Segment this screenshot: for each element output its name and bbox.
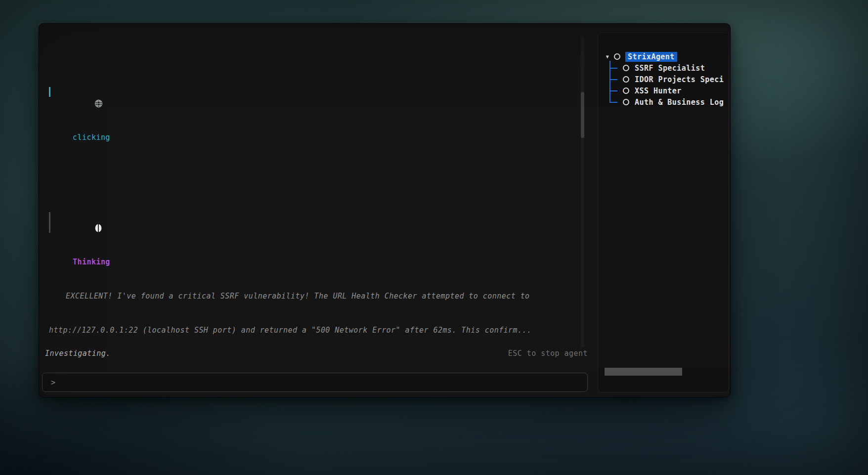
brain-icon — [57, 213, 65, 221]
command-input[interactable]: > — [42, 373, 588, 392]
tree-connector-stub — [609, 68, 617, 69]
progress-bar — [605, 368, 682, 376]
tree-node-label: SSRF Specialist — [635, 64, 705, 73]
tree-node-label: IDOR Projects Speci — [635, 75, 724, 84]
tree-connector-stub — [609, 102, 617, 103]
agent-tree-panel: ▼ StrixAgent SSRF Specialist IDOR Projec… — [598, 33, 729, 392]
tree-node-child[interactable]: IDOR Projects Speci — [598, 74, 729, 85]
collapse-triangle-icon[interactable]: ▼ — [604, 54, 611, 59]
status-bar: Investigating. ESC to stop agent — [45, 349, 588, 358]
globe-icon — [57, 88, 65, 96]
agent-terminal-window: clicking Thinking EXCELLENT! I've found … — [39, 23, 731, 397]
log-entry-action: clicking — [49, 86, 572, 166]
agent-node-icon — [614, 53, 620, 60]
tree-node-child[interactable]: SSRF Specialist — [598, 62, 729, 74]
agent-node-icon — [623, 99, 629, 105]
thinking-text-line: EXCELLENT! I've found a critical SSRF vu… — [49, 291, 572, 302]
agent-log: clicking Thinking EXCELLENT! I've found … — [45, 34, 589, 350]
agent-node-icon — [623, 76, 629, 83]
action-accent-bar — [49, 87, 50, 97]
thinking-label: Thinking — [49, 257, 572, 268]
log-scrollbar-thumb[interactable] — [581, 92, 584, 138]
tree-node-label: XSS Hunter — [635, 86, 682, 95]
tree-connector-line — [609, 61, 610, 103]
prompt-symbol: > — [51, 378, 55, 387]
tree-connector-stub — [609, 79, 617, 80]
tree-node-child[interactable]: Auth & Business Log — [598, 96, 729, 108]
action-label: clicking — [49, 132, 572, 143]
tree-node-child[interactable]: XSS Hunter — [598, 85, 729, 96]
stop-agent-hint: ESC to stop agent — [508, 349, 588, 358]
agent-status-text: Investigating. — [45, 349, 111, 358]
thinking-gutter-bar — [49, 212, 50, 233]
thinking-text-line: http://127.0.0.1:22 (localhost SSH port)… — [49, 325, 572, 336]
tree-node-label: Auth & Business Log — [635, 98, 724, 107]
log-scrollbar-track[interactable] — [581, 36, 584, 347]
agent-tree: ▼ StrixAgent SSRF Specialist IDOR Projec… — [598, 33, 729, 108]
tree-connector-stub — [609, 90, 617, 91]
tree-node-root[interactable]: ▼ StrixAgent — [598, 51, 729, 62]
tree-node-label: StrixAgent — [625, 52, 677, 62]
log-entry-thinking: Thinking EXCELLENT! I've found a critica… — [49, 211, 572, 350]
agent-node-icon — [623, 65, 629, 71]
agent-node-icon — [623, 87, 629, 94]
